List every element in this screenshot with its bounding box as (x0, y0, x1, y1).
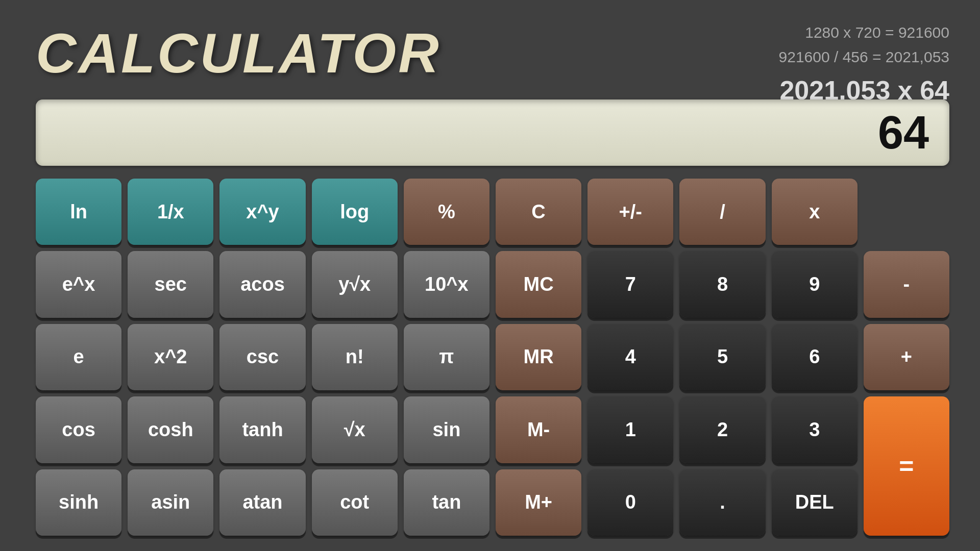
btn-clr[interactable]: C (496, 179, 581, 245)
btn-n6[interactable]: 6 (772, 324, 857, 390)
btn-tanh[interactable]: tanh (219, 396, 305, 463)
info-line2: 921600 / 456 = 2021,053 (779, 45, 949, 69)
btn-n3[interactable]: 3 (772, 396, 857, 463)
btn-sinh[interactable]: sinh (36, 469, 121, 536)
btn-mc[interactable]: MC (496, 251, 581, 317)
btn-dot[interactable]: . (679, 469, 765, 536)
btn-n5[interactable]: 5 (679, 324, 765, 390)
btn-mr[interactable]: MR (496, 324, 581, 390)
btn-epowx[interactable]: e^x (36, 251, 121, 317)
btn-div[interactable]: / (679, 179, 765, 245)
btn-equals[interactable]: = (864, 396, 949, 536)
btn-n1[interactable]: 1 (587, 396, 673, 463)
btn-mminus[interactable]: M- (496, 396, 581, 463)
btn-pi[interactable]: π (404, 324, 489, 390)
btn-n7[interactable]: 7 (587, 251, 673, 317)
btn-xpow2[interactable]: x^2 (128, 324, 213, 390)
btn-n4[interactable]: 4 (587, 324, 673, 390)
calculator-app: CALCULATOR 1280 x 720 = 921600 921600 / … (0, 0, 980, 551)
btn-negate[interactable]: +/- (587, 179, 673, 245)
btn-sin[interactable]: sin (404, 396, 489, 463)
btn-cos[interactable]: cos (36, 396, 121, 463)
btn-mul[interactable]: x (772, 179, 857, 245)
info-line1: 1280 x 720 = 921600 (779, 20, 949, 45)
btn-fact[interactable]: n! (312, 324, 398, 390)
btn-sec[interactable]: sec (128, 251, 213, 317)
app-title: CALCULATOR (36, 20, 441, 85)
btn-mplus[interactable]: M+ (496, 469, 581, 536)
btn-n9[interactable]: 9 (772, 251, 857, 317)
btn-n8[interactable]: 8 (679, 251, 765, 317)
btn-csc[interactable]: csc (219, 324, 305, 390)
btn-atan[interactable]: atan (219, 469, 305, 536)
btn-tan[interactable]: tan (404, 469, 489, 536)
btn-xpowy[interactable]: x^y (219, 179, 305, 245)
info-panel: 1280 x 720 = 921600 921600 / 456 = 2021,… (779, 20, 949, 112)
button-grid: ln1/xx^ylog%C+/-/xe^xsecacosy√x10^xMC789… (36, 179, 949, 536)
btn-inv[interactable]: 1/x (128, 179, 213, 245)
btn-tenpowx[interactable]: 10^x (404, 251, 489, 317)
btn-add[interactable]: + (864, 324, 949, 390)
btn-e[interactable]: e (36, 324, 121, 390)
btn-n0[interactable]: 0 (587, 469, 673, 536)
btn-yrootx[interactable]: y√x (312, 251, 398, 317)
btn-acos[interactable]: acos (219, 251, 305, 317)
btn-del[interactable]: DEL (772, 469, 857, 536)
display: 64 (36, 99, 949, 166)
btn-n2[interactable]: 2 (679, 396, 765, 463)
btn-pct[interactable]: % (404, 179, 489, 245)
btn-log[interactable]: log (312, 179, 398, 245)
btn-sqrt[interactable]: √x (312, 396, 398, 463)
btn-cosh[interactable]: cosh (128, 396, 213, 463)
btn-sub[interactable]: - (864, 251, 949, 317)
display-value: 64 (878, 107, 929, 159)
btn-cot[interactable]: cot (312, 469, 398, 536)
btn-asin[interactable]: asin (128, 469, 213, 536)
btn-ln[interactable]: ln (36, 179, 121, 245)
